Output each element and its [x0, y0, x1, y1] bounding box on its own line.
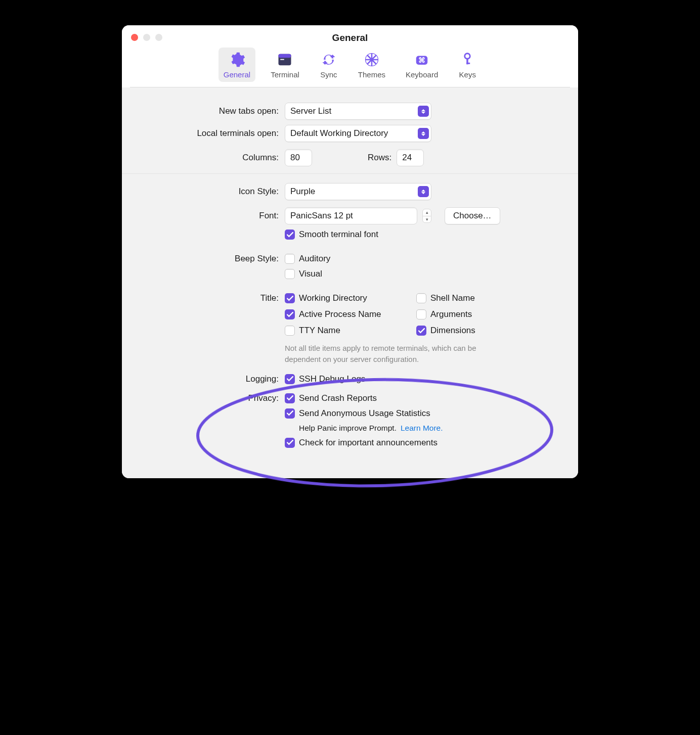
columns-input[interactable]: 80 — [285, 149, 312, 166]
checkmark-icon — [285, 229, 295, 240]
working-directory-checkbox[interactable]: Working Directory — [285, 293, 416, 303]
tab-keyboard[interactable]: ⌘ Keyboard — [401, 48, 443, 82]
beep-style-label: Beep Style: — [122, 254, 279, 264]
tab-keys[interactable]: Keys — [453, 48, 482, 82]
tab-keys-label: Keys — [459, 70, 476, 79]
tab-keyboard-label: Keyboard — [406, 70, 438, 79]
checkmark-icon — [285, 374, 295, 384]
icon-style-select[interactable]: Purple — [285, 183, 431, 200]
titlebar: General General Terminal Sync — [122, 25, 578, 87]
send-anon-checkbox[interactable]: Send Anonymous Usage Statistics — [285, 408, 430, 419]
chevron-up-down-icon — [418, 128, 429, 139]
choose-font-button[interactable]: Choose… — [445, 207, 500, 224]
sync-icon — [320, 51, 338, 69]
font-input[interactable]: PanicSans 12 pt — [285, 207, 417, 224]
terminal-icon — [276, 51, 294, 69]
visual-checkbox[interactable]: Visual — [285, 269, 322, 279]
stepper-up-icon: ▴ — [423, 209, 431, 216]
tab-terminal[interactable]: Terminal — [266, 48, 304, 82]
stepper-down-icon: ▾ — [423, 216, 431, 223]
chevron-up-down-icon — [418, 106, 429, 117]
dimensions-checkbox[interactable]: Dimensions — [416, 326, 475, 336]
font-size-stepper[interactable]: ▴▾ — [422, 209, 431, 223]
checkmark-icon — [285, 309, 295, 319]
send-crash-checkbox[interactable]: Send Crash Reports — [285, 393, 377, 403]
title-note: Not all title items apply to remote term… — [285, 343, 502, 365]
svg-rect-8 — [466, 63, 470, 64]
shell-name-checkbox[interactable]: Shell Name — [416, 293, 475, 303]
keyboard-icon: ⌘ — [413, 51, 431, 69]
icon-style-value: Purple — [290, 187, 414, 197]
minimize-window-button[interactable] — [143, 34, 150, 41]
checkmark-icon — [285, 393, 295, 403]
window-controls — [131, 34, 162, 41]
tab-sync-label: Sync — [320, 70, 337, 79]
auditory-checkbox[interactable]: Auditory — [285, 254, 330, 264]
svg-point-6 — [465, 54, 470, 59]
svg-text:⌘: ⌘ — [418, 57, 425, 64]
learn-more-link[interactable]: Learn More. — [401, 424, 443, 433]
window-title: General — [130, 31, 570, 43]
active-process-checkbox[interactable]: Active Process Name — [285, 309, 416, 319]
logging-label: Logging: — [122, 374, 279, 384]
title-label: Title: — [122, 293, 279, 303]
checkmark-icon — [285, 293, 295, 303]
new-tabs-select[interactable]: Server List — [285, 103, 431, 120]
visual-label: Visual — [299, 269, 322, 279]
ssh-debug-checkbox[interactable]: SSH Debug Logs — [285, 374, 365, 384]
checkmark-icon — [285, 408, 295, 419]
close-window-button[interactable] — [131, 34, 138, 41]
tab-themes[interactable]: Themes — [353, 48, 390, 82]
tab-themes-label: Themes — [358, 70, 385, 79]
separator — [122, 173, 578, 174]
zoom-window-button[interactable] — [155, 34, 162, 41]
svg-rect-2 — [281, 59, 285, 60]
privacy-label: Privacy: — [122, 393, 279, 403]
themes-icon — [363, 51, 381, 69]
preferences-toolbar: General Terminal Sync Themes — [130, 48, 570, 87]
check-announcements-checkbox[interactable]: Check for important announcements — [285, 438, 438, 448]
smooth-font-checkbox[interactable]: Smooth terminal font — [285, 229, 378, 240]
new-tabs-value: Server List — [290, 106, 414, 116]
font-label: Font: — [122, 211, 279, 221]
rows-label: Rows: — [368, 153, 391, 163]
rows-input[interactable]: 24 — [397, 149, 424, 166]
local-terminals-select[interactable]: Default Working Directory — [285, 125, 431, 142]
smooth-font-label: Smooth terminal font — [299, 229, 378, 240]
columns-label: Columns: — [122, 153, 279, 163]
auditory-label: Auditory — [299, 254, 330, 264]
svg-rect-1 — [279, 54, 291, 58]
tab-sync[interactable]: Sync — [315, 48, 343, 82]
checkmark-icon — [416, 326, 426, 336]
help-panic-text: Help Panic improve Prompt. — [299, 424, 397, 433]
arguments-checkbox[interactable]: Arguments — [416, 309, 475, 319]
gear-icon — [228, 51, 246, 69]
chevron-up-down-icon — [418, 186, 429, 197]
tty-name-checkbox[interactable]: TTY Name — [285, 326, 416, 336]
tab-general[interactable]: General — [218, 48, 255, 82]
content-area: New tabs open: Server List Local termina… — [122, 87, 578, 478]
icon-style-label: Icon Style: — [122, 187, 279, 197]
preferences-window: General General Terminal Sync — [122, 25, 578, 478]
local-terminals-value: Default Working Directory — [290, 128, 414, 139]
new-tabs-label: New tabs open: — [122, 106, 279, 116]
local-terminals-label: Local terminals open: — [122, 128, 279, 139]
tab-terminal-label: Terminal — [271, 70, 299, 79]
tab-general-label: General — [224, 70, 250, 79]
checkmark-icon — [285, 438, 295, 448]
annotation-circle — [178, 372, 572, 493]
key-icon — [458, 51, 476, 69]
